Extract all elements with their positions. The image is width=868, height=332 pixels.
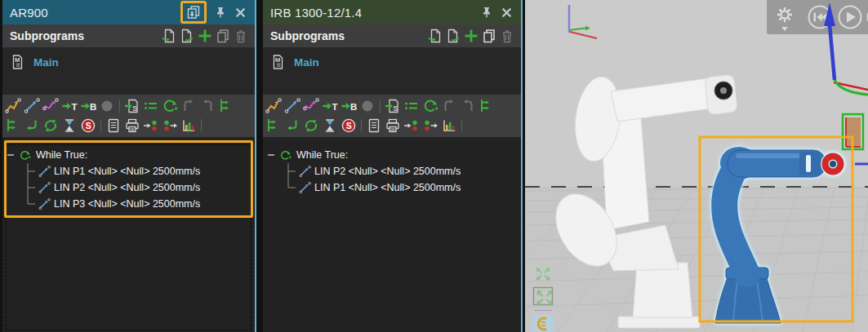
move-circ-icon[interactable] bbox=[42, 98, 60, 114]
instruction-toolbar bbox=[263, 95, 521, 137]
import-subprogram-icon[interactable] bbox=[161, 28, 177, 44]
program-doc-icon bbox=[270, 54, 287, 70]
toolbar-separator bbox=[119, 100, 120, 113]
return-icon[interactable] bbox=[283, 117, 301, 134]
panel-ar900-titlebar[interactable]: AR900 bbox=[2, 0, 255, 24]
delete-subprogram-icon[interactable] bbox=[233, 28, 249, 44]
assign-variable-icon[interactable] bbox=[142, 98, 160, 114]
comment-icon[interactable] bbox=[365, 117, 383, 134]
while-loop-icon[interactable] bbox=[161, 98, 179, 114]
subprograms-label: Subprograms bbox=[270, 29, 345, 42]
light-tool-active[interactable] bbox=[532, 315, 554, 332]
set-output-icon[interactable] bbox=[403, 117, 421, 134]
light-icon bbox=[533, 316, 553, 332]
program-doc-icon bbox=[10, 54, 26, 70]
print-icon[interactable] bbox=[384, 117, 402, 134]
close-icon[interactable] bbox=[501, 7, 513, 19]
add-subprogram-icon[interactable] bbox=[463, 28, 479, 44]
go-to-start-button[interactable] bbox=[806, 3, 834, 31]
toolbar-separator bbox=[201, 119, 202, 131]
tree-row-lin[interactable]: LIN P1 <Null> <Null> 2500mm/s bbox=[263, 179, 521, 196]
add-subprogram-icon[interactable] bbox=[197, 28, 213, 44]
titlebar-actions bbox=[180, 1, 247, 24]
set-base-icon[interactable] bbox=[340, 98, 358, 114]
dock-all-icon[interactable] bbox=[185, 4, 202, 20]
program-tree-area[interactable]: While True: LIN P2 <Null> <Null> 2500mm/… bbox=[263, 137, 521, 332]
subprogram-actions bbox=[427, 28, 515, 44]
move-lin-icon[interactable] bbox=[23, 98, 41, 114]
record-icon[interactable] bbox=[98, 98, 116, 114]
switch-branch-icon[interactable] bbox=[265, 117, 283, 134]
return-icon[interactable] bbox=[23, 117, 41, 134]
assign-variable-icon[interactable] bbox=[403, 98, 421, 114]
comment-icon[interactable] bbox=[105, 117, 122, 134]
jump-back-icon[interactable] bbox=[180, 98, 198, 114]
statistics-icon[interactable] bbox=[180, 117, 198, 134]
toolbar-row-2 bbox=[4, 117, 253, 134]
set-tool-icon[interactable] bbox=[60, 98, 78, 114]
lin-move-icon bbox=[299, 166, 311, 178]
wait-time-icon[interactable] bbox=[321, 117, 339, 134]
duplicate-subprogram-icon[interactable] bbox=[215, 28, 231, 44]
fit-selection-icon[interactable] bbox=[532, 286, 554, 306]
refresh-loop-icon[interactable] bbox=[42, 117, 60, 134]
toolbar-row-1 bbox=[4, 98, 253, 114]
program-tree-area[interactable]: While True: LIN P1 <Null> <Null> 2500mm/… bbox=[2, 137, 255, 332]
jump-forward-icon[interactable] bbox=[459, 98, 477, 114]
export-subprogram-icon[interactable] bbox=[179, 28, 195, 44]
close-icon[interactable] bbox=[234, 7, 247, 19]
set-base-icon[interactable] bbox=[79, 98, 97, 114]
set-tool-icon[interactable] bbox=[321, 98, 339, 114]
tree-label: While True: bbox=[296, 149, 348, 161]
panel-title: AR900 bbox=[10, 6, 180, 20]
if-branch-icon[interactable] bbox=[217, 98, 235, 114]
statistics-icon[interactable] bbox=[440, 117, 458, 134]
fit-view-icon[interactable] bbox=[534, 266, 552, 282]
instruction-toolbar bbox=[2, 95, 255, 137]
tree-row-lin[interactable]: LIN P2 <Null> <Null> 2500mm/s bbox=[263, 163, 521, 179]
wait-input-icon[interactable] bbox=[421, 117, 439, 134]
wait-input-icon[interactable] bbox=[161, 117, 179, 134]
toolbar-row-2 bbox=[265, 117, 519, 134]
delete-subprogram-icon[interactable] bbox=[499, 28, 515, 44]
move-circ-icon[interactable] bbox=[302, 98, 320, 114]
pin-icon[interactable] bbox=[480, 6, 493, 19]
viewport-3d[interactable] bbox=[525, 0, 868, 332]
export-subprogram-icon[interactable] bbox=[445, 28, 461, 44]
collapse-toggle-icon[interactable] bbox=[268, 154, 274, 156]
panel-irb1300-titlebar[interactable]: IRB 1300-12/1.4 bbox=[263, 0, 521, 24]
jump-forward-icon[interactable] bbox=[198, 98, 216, 114]
program-list: Main bbox=[263, 47, 521, 95]
gear-dropdown-caret bbox=[781, 27, 788, 31]
duplicate-subprogram-icon[interactable] bbox=[481, 28, 497, 44]
jump-back-icon[interactable] bbox=[440, 98, 458, 114]
settings-gear-icon[interactable] bbox=[775, 5, 795, 33]
stop-icon[interactable] bbox=[79, 117, 97, 134]
set-output-icon[interactable] bbox=[142, 117, 160, 134]
move-ptp-icon[interactable] bbox=[265, 98, 283, 114]
pin-icon[interactable] bbox=[214, 6, 227, 19]
tree-row-while[interactable]: While True: bbox=[263, 147, 521, 163]
dock-all-highlight bbox=[180, 1, 207, 24]
while-loop-icon[interactable] bbox=[421, 98, 439, 114]
call-subprogram-icon[interactable] bbox=[384, 98, 402, 114]
wait-time-icon[interactable] bbox=[60, 117, 78, 134]
move-ptp-icon[interactable] bbox=[4, 98, 22, 114]
next-button-partial[interactable] bbox=[865, 3, 868, 31]
program-main[interactable]: Main bbox=[10, 54, 247, 70]
record-icon[interactable] bbox=[358, 98, 376, 114]
robot-programming-app: AR900 Subprograms Main bbox=[0, 0, 868, 332]
program-main[interactable]: Main bbox=[270, 54, 514, 70]
tree-highlight-box bbox=[4, 140, 253, 218]
switch-branch-icon[interactable] bbox=[4, 117, 22, 134]
print-icon[interactable] bbox=[123, 117, 141, 134]
call-subprogram-icon[interactable] bbox=[123, 98, 141, 114]
if-branch-icon[interactable] bbox=[478, 98, 496, 114]
stop-icon[interactable] bbox=[340, 117, 358, 134]
move-lin-icon[interactable] bbox=[283, 98, 301, 114]
play-button[interactable] bbox=[836, 3, 864, 31]
program-name: Main bbox=[294, 56, 319, 69]
import-subprogram-icon[interactable] bbox=[427, 28, 443, 44]
tree-guide bbox=[263, 163, 296, 179]
refresh-loop-icon[interactable] bbox=[302, 117, 320, 134]
